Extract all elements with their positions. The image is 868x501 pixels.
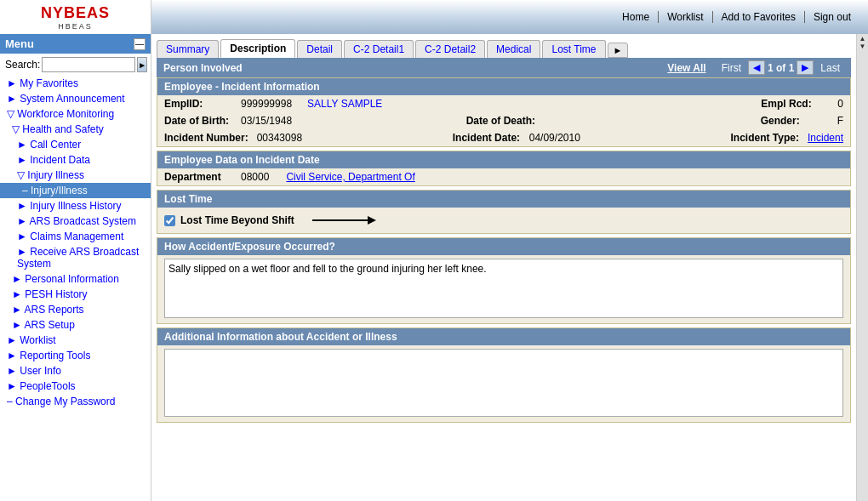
sidebar-item-reporting-tools[interactable]: ► Reporting Tools [0,348,151,363]
svg-marker-1 [368,216,376,225]
nav-controls: View All First ◀ 1 of 1 ▶ Last [667,60,844,75]
worklist-link[interactable]: Worklist [659,11,712,23]
logo-area: NYBEAS HBEAS [0,0,151,34]
arrow-svg [308,213,376,228]
prev-button[interactable]: ◀ [748,60,765,75]
employee-data-row: Department 08000 Civil Service, Departme… [157,168,850,185]
lost-time-checkbox[interactable] [164,215,175,226]
sidebar-item-pesh-history[interactable]: ► PESH History [0,287,151,302]
sidebar-menu-header: Menu — [0,34,151,54]
search-button[interactable]: ► [137,57,147,72]
tab-detail[interactable]: Detail [297,40,342,58]
sidebar-item-health-safety[interactable]: ▽ Health and Safety [0,122,151,137]
tab-c2-detail2[interactable]: C-2 Detail2 [415,40,485,58]
empl-id-label: EmplID: [164,98,232,110]
sidebar-item-ars-setup[interactable]: ► ARS Setup [0,317,151,333]
tab-c2-detail1[interactable]: C-2 Detail1 [344,40,414,58]
content-scrollbar: ▲ ▼ [856,34,868,501]
search-label: Search: [5,59,40,71]
sidebar-item-incident-data[interactable]: ► Incident Data [0,152,151,168]
employee-incident-row2: Date of Birth: 03/15/1948 Date of Death:… [157,112,850,129]
tab-description[interactable]: Description [220,39,295,58]
gender-label: Gender: [761,115,829,127]
sidebar-item-claims-management[interactable]: ► Claims Management [0,229,151,244]
sidebar-item-user-info[interactable]: ► User Info [0,363,151,379]
sidebar-item-injury-illness[interactable]: ▽ Injury Illness [0,168,151,183]
arrow-indicator [308,213,376,228]
person-involved-label: Person Involved [163,62,243,74]
incident-type-value[interactable]: Incident [808,132,843,144]
sidebar-item-injury-illness-active[interactable]: – Injury/Illness [0,183,151,198]
empl-rcd-label: Empl Rcd: [761,98,829,110]
scroll-down-arrow[interactable]: ▼ [859,43,866,50]
page-info: 1 of 1 [768,62,794,74]
dob-label: Date of Birth: [164,115,232,127]
content-area: Summary Description Detail C-2 Detail1 C… [151,34,856,501]
sidebar-item-call-center[interactable]: ► Call Center [0,137,151,152]
sidebar-item-personal-information[interactable]: ► Personal Information [0,271,151,287]
tab-lost-time[interactable]: Lost Time [542,40,605,58]
sidebar-item-worklist[interactable]: ► Worklist [0,333,151,348]
dept-code: 08000 [241,171,269,183]
logo-sub: HBEAS [58,22,93,31]
lost-time-row: Lost Time Beyond Shift [157,208,850,233]
incident-date-value: 04/09/2010 [529,132,580,144]
accident-header: How Accident/Exposure Occurred? [157,238,850,255]
additional-info-section: Additional Information about Accident or… [157,327,851,423]
empl-id-value: 999999998 [241,98,292,110]
sidebar-toggle-button[interactable]: — [134,38,146,50]
tabs-row: Summary Description Detail C-2 Detail1 C… [157,39,851,58]
scroll-up-arrow[interactable]: ▲ [859,35,866,43]
additional-info-header: Additional Information about Accident or… [157,328,850,345]
dod-label: Date of Death: [466,115,535,127]
employee-incident-row3: Incident Number: 00343098 Incident Date:… [157,129,850,146]
incident-num-label: Incident Number: [164,132,248,144]
dob-value: 03/15/1948 [241,115,292,127]
home-link[interactable]: Home [614,11,659,23]
tab-summary[interactable]: Summary [157,40,219,58]
additional-info-textarea[interactable] [164,349,843,417]
employee-data-section: Employee Data on Incident Date Departmen… [157,151,851,186]
incident-num-value: 00343098 [257,132,302,144]
person-involved-header: Person Involved View All First ◀ 1 of 1 … [157,58,851,77]
sign-out-link[interactable]: Sign out [805,11,859,23]
dept-label: Department [164,171,232,183]
next-button[interactable]: ▶ [797,60,814,75]
employee-incident-section: Employee - Incident Information EmplID: … [157,77,851,147]
sidebar-item-my-favorites[interactable]: ► My Favorites [0,76,151,91]
dept-name[interactable]: Civil Service, Department Of [286,171,414,183]
add-favorites-link[interactable]: Add to Favorites [713,11,805,23]
accident-textarea[interactable]: <span data-bind="how_accident.text"></sp… [164,259,843,318]
view-all-link[interactable]: View All [667,62,705,74]
empl-rcd-value: 0 [837,98,843,110]
incident-date-label: Incident Date: [453,132,521,144]
sidebar-item-ars-reports[interactable]: ► ARS Reports [0,302,151,317]
search-area: Search: ► [0,54,151,76]
accident-section: How Accident/Exposure Occurred? <span da… [157,237,851,324]
gender-value: F [837,115,843,127]
sidebar-item-system-announcement[interactable]: ► System Announcement [0,91,151,106]
empl-name-value: SALLY SAMPLE [307,98,382,110]
employee-incident-header: Employee - Incident Information [157,78,850,95]
sidebar-item-receive-ars-broadcast[interactable]: ► Receive ARS Broadcast System [0,244,151,271]
lost-time-label: Lost Time Beyond Shift [180,214,294,226]
first-button[interactable]: First [717,61,745,75]
tab-next-button[interactable]: ► [608,43,629,58]
last-button[interactable]: Last [816,61,844,75]
employee-incident-row1: EmplID: 999999998 SALLY SAMPLE Empl Rcd:… [157,95,850,112]
sidebar-item-ars-broadcast-system[interactable]: ► ARS Broadcast System [0,213,151,229]
lost-time-header: Lost Time [157,191,850,208]
tab-medical[interactable]: Medical [487,40,540,58]
logo-main: NYBEAS [41,4,110,22]
search-input[interactable] [42,57,135,72]
sidebar-item-injury-illness-history[interactable]: ► Injury Illness History [0,198,151,213]
sidebar-item-people-tools[interactable]: ► PeopleTools [0,379,151,394]
sidebar-item-change-password[interactable]: – Change My Password [0,394,151,409]
incident-type-label: Incident Type: [731,132,799,144]
sidebar-item-workforce-monitoring[interactable]: ▽ Workforce Monitoring [0,106,151,122]
menu-label: Menu [5,37,34,50]
employee-data-header: Employee Data on Incident Date [157,151,850,168]
sidebar: Menu — Search: ► ► My Favorites ► System… [0,34,151,501]
header-nav: Home Worklist Add to Favorites Sign out [151,0,868,34]
lost-time-section: Lost Time Lost Time Beyond Shift [157,190,851,234]
